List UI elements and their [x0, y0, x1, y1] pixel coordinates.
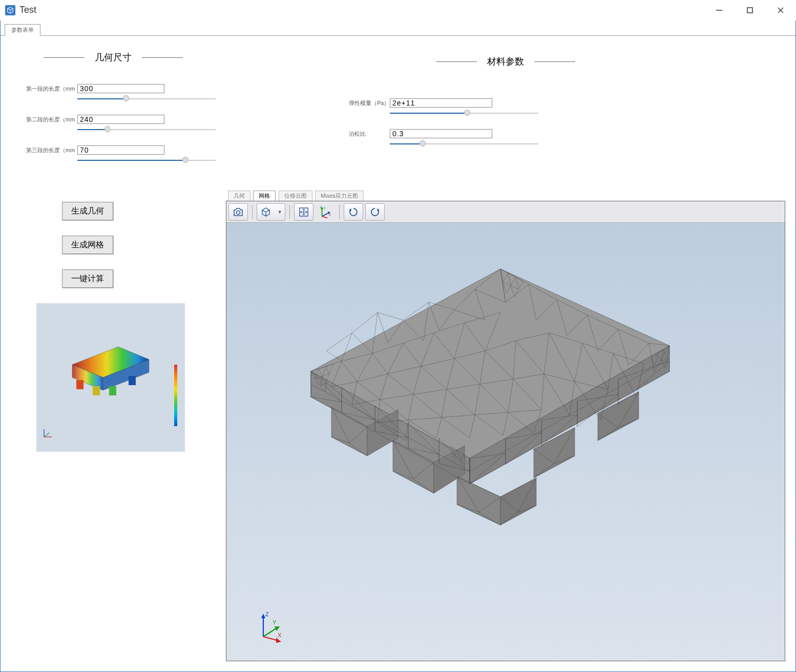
rotate-ccw-button[interactable] [344, 203, 363, 221]
fit-view-button[interactable] [294, 203, 313, 221]
svg-rect-10 [129, 376, 136, 385]
viewer-toolbar: ▼ [226, 201, 785, 223]
maximize-button[interactable] [735, 0, 765, 20]
param-row-length2: 第二段的长度（mm [16, 115, 211, 124]
cube-icon [260, 206, 272, 218]
svg-line-40 [263, 627, 278, 637]
generate-mesh-button[interactable]: 生成网格 [62, 236, 113, 254]
svg-text:Y: Y [273, 619, 277, 625]
camera-icon [232, 206, 244, 218]
param-row-poisson: 泊松比 [339, 129, 765, 138]
viewport-3d[interactable]: Z Y X [226, 223, 785, 661]
svg-text:Y: Y [323, 206, 326, 210]
axis-triad-icon: Y X Z [319, 206, 331, 218]
elastic-modulus-slider[interactable] [390, 113, 538, 114]
axis-triad-icon [41, 428, 53, 439]
svg-line-20 [322, 216, 328, 218]
chevron-down-icon: ▼ [278, 209, 282, 215]
close-button[interactable] [765, 0, 796, 20]
viewer-tabs: 几何 网格 位移云图 Mises应力云图 [226, 191, 785, 201]
length3-slider[interactable] [77, 160, 216, 161]
svg-rect-9 [109, 386, 116, 395]
length2-slider[interactable] [77, 129, 216, 130]
svg-marker-31 [457, 476, 500, 525]
rotate-cw-icon [369, 206, 381, 218]
svg-text:Z: Z [320, 206, 322, 208]
param-label: 第二段的长度（mm [26, 116, 77, 123]
left-panel: 几何尺寸 第一段的长度（mm 第二段的长度（mm 第三段的长度（mm [1, 36, 226, 671]
fit-icon [298, 206, 310, 218]
length3-input[interactable] [77, 145, 164, 155]
app-logo-icon [5, 5, 15, 15]
screenshot-button[interactable] [228, 203, 248, 221]
poisson-ratio-slider[interactable] [390, 143, 538, 144]
param-label: 弹性模量（Pa） [349, 99, 390, 107]
minimize-button[interactable] [704, 0, 735, 20]
window-title: Test [19, 5, 36, 15]
colorbar-icon [174, 365, 177, 426]
svg-text:X: X [328, 213, 331, 217]
elastic-modulus-input[interactable] [390, 98, 492, 108]
viewport-axis-triad-icon: Z Y X [257, 612, 285, 643]
viewer-tab-displacement[interactable]: 位移云图 [279, 191, 312, 201]
viewer-frame: ▼ [226, 201, 785, 661]
param-label: 泊松比 [349, 130, 390, 138]
viewer-tab-mises[interactable]: Mises应力云图 [315, 191, 364, 201]
svg-rect-8 [93, 386, 100, 395]
viewer-tab-mesh[interactable]: 网格 [253, 191, 276, 201]
poisson-ratio-input[interactable] [390, 129, 492, 138]
svg-point-14 [237, 211, 240, 214]
axis-widget-button[interactable]: Y X Z [316, 203, 335, 221]
param-row-length3: 第三段的长度（mm [16, 145, 211, 155]
length2-input[interactable] [77, 115, 164, 124]
param-label: 第三段的长度（mm [26, 146, 77, 154]
title-bar: Test [0, 0, 796, 20]
rotate-ccw-icon [347, 206, 360, 218]
tab-parameters[interactable]: 参数表单 [5, 24, 40, 36]
svg-marker-38 [261, 614, 265, 618]
compute-button[interactable]: 一键计算 [62, 269, 113, 288]
param-row-length1: 第一段的长度（mm [16, 84, 211, 93]
right-panel: 材料参数 弹性模量（Pa） 泊松比 [226, 36, 795, 671]
param-row-elastic: 弹性模量（Pa） [339, 98, 765, 108]
view-orientation-button[interactable]: ▼ [257, 203, 285, 221]
param-label: 第一段的长度（mm [26, 85, 77, 93]
mesh-model [249, 254, 690, 540]
length1-slider[interactable] [77, 98, 216, 99]
length1-input[interactable] [77, 84, 164, 93]
preview-model-icon [62, 339, 154, 411]
generate-geometry-button[interactable]: 生成几何 [62, 202, 113, 220]
section-header-geometry: 几何尺寸 [16, 51, 211, 64]
rotate-cw-button[interactable] [365, 203, 385, 221]
svg-text:Z: Z [265, 612, 269, 617]
viewer-tab-geometry[interactable]: 几何 [228, 191, 250, 201]
svg-rect-7 [76, 380, 83, 389]
svg-rect-1 [747, 8, 752, 13]
main-tabs: 参数表单 [1, 20, 795, 35]
result-preview [36, 303, 185, 452]
svg-marker-44 [276, 638, 281, 643]
svg-text:X: X [278, 632, 282, 638]
section-header-material: 材料参数 [226, 55, 785, 68]
svg-line-12 [44, 433, 49, 437]
